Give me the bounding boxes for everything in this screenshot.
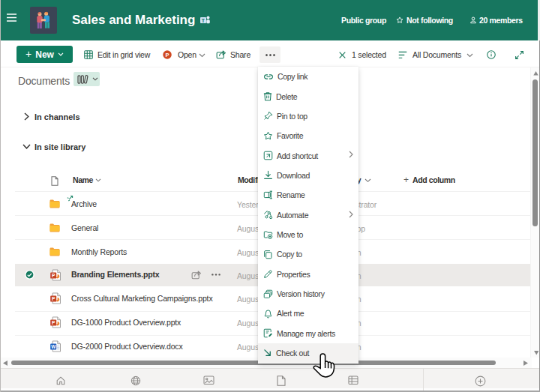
svg-text:W: W: [51, 344, 56, 349]
svg-text:T: T: [202, 18, 206, 23]
svg-text:P: P: [52, 320, 56, 325]
svg-text:P: P: [166, 52, 170, 58]
svg-text:P: P: [52, 296, 56, 301]
svg-text:P: P: [52, 273, 56, 278]
